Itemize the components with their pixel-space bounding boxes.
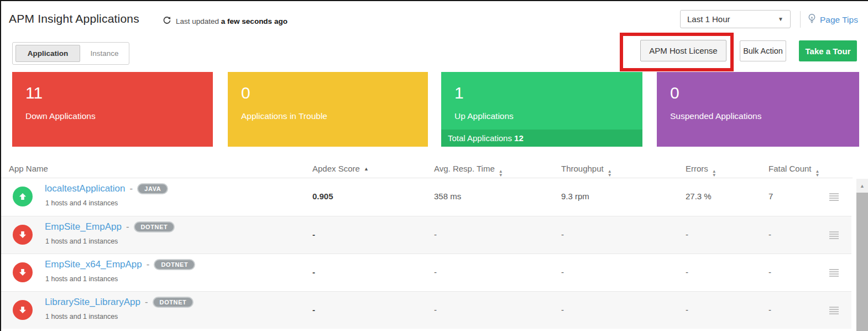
col-app-name: App Name [9,164,48,173]
apdex-score-value: - [312,305,315,314]
summary-card-up[interactable]: 1 Up Applications Total Applications 12 [441,72,642,147]
card-label: Down Applications [25,111,213,121]
host-instance-count: 1 hosts and 4 instances [45,199,118,207]
apdex-score-value: - [312,267,315,277]
throughput-value: - [561,230,564,239]
status-down-icon [13,225,33,245]
summary-card-trouble[interactable]: 0 Applications in Trouble [228,72,428,147]
col-fatal-count[interactable]: Fatal Count▲▼ [768,164,819,177]
card-label: Applications in Trouble [241,111,428,121]
throughput-value: - [561,305,564,314]
vertical-scrollbar: ▲ [856,179,868,331]
avg-resp-time-value: - [434,267,437,277]
sort-ascending-icon: ▲ [364,166,369,172]
row-menu-icon[interactable] [829,193,839,201]
platform-badge: JAVA [137,183,168,194]
card-count: 0 [241,83,428,103]
status-down-icon [13,300,33,320]
app-name-link[interactable]: EmpSite_x64_EmpApp [45,259,142,270]
sort-icon: ▲▼ [499,170,503,177]
sort-icon: ▲▼ [815,170,820,177]
sort-icon: ▲▼ [608,170,612,177]
app-name-link[interactable]: EmpSite_EmpApp [45,221,122,232]
name-badge-separator: - [130,183,133,194]
platform-badge: DOTNET [134,221,175,232]
refresh-icon[interactable] [163,16,171,25]
card-count: 0 [670,83,859,103]
applications-table: localtestApplication - JAVA 1 hosts and … [1,178,851,329]
col-throughput[interactable]: Throughput▲▼ [561,164,612,177]
header-divider [800,11,801,28]
row-menu-icon[interactable] [829,269,839,277]
errors-value: - [686,230,688,239]
name-badge-separator: - [147,259,150,270]
apm-host-license-button[interactable]: APM Host License [640,40,726,61]
chevron-down-icon: ▼ [778,16,783,22]
apdex-score-value: - [312,230,315,239]
throughput-value: - [561,267,564,277]
scrollbar-thumb[interactable] [856,193,868,331]
name-badge-separator: - [126,221,129,232]
time-range-value: Last 1 Hour [687,14,730,24]
card-label: Suspended Applications [670,111,859,121]
card-count: 11 [25,83,213,103]
summary-card-down[interactable]: 11 Down Applications [12,72,213,147]
avg-resp-time-value: - [434,305,437,314]
host-instance-count: 1 hosts and 1 instances [45,313,118,320]
last-updated-value: a few seconds ago [221,17,287,25]
take-a-tour-button[interactable]: Take a Tour [799,40,857,61]
errors-value: - [686,267,688,277]
bulk-action-button[interactable]: Bulk Action [740,40,786,61]
errors-value: - [686,305,688,314]
fatal-count-value: - [768,230,771,239]
tab-instance[interactable]: Instance [80,49,129,58]
fatal-count-value: - [768,305,771,314]
errors-value: 27.3 % [686,192,712,201]
status-down-icon [13,262,33,282]
scrollbar-up-arrow[interactable]: ▲ [856,179,868,193]
fatal-count-value: - [768,267,771,277]
table-header: App Name Apdex Score▲ Avg. Resp. Time▲▼ … [1,158,853,178]
card-label: Up Applications [454,111,642,121]
host-instance-count: 1 hosts and 1 instances [45,275,118,283]
sort-icon: ▲▼ [712,170,717,177]
last-updated-text: Last updated a few seconds ago [176,17,287,25]
time-range-dropdown[interactable]: Last 1 Hour ▼ [680,10,791,28]
app-name-link[interactable]: LibrarySite_LibraryApp [45,297,140,308]
throughput-value: 9.3 rpm [561,192,589,201]
page-tips-link[interactable]: Page Tips [807,13,858,26]
tab-application[interactable]: Application [15,45,80,62]
platform-badge: DOTNET [154,259,195,270]
lightbulb-icon [807,13,817,26]
summary-card-suspended[interactable]: 0 Suspended Applications [657,72,859,147]
host-instance-count: 1 hosts and 1 instances [45,237,118,245]
avg-resp-time-value: 358 ms [434,192,461,201]
table-row: localtestApplication - JAVA 1 hosts and … [1,178,851,216]
row-menu-icon[interactable] [829,307,839,314]
name-badge-separator: - [145,297,148,308]
col-errors[interactable]: Errors▲▼ [686,164,717,177]
fatal-count-value: 7 [768,192,773,201]
page-title: APM Insight Applications [9,12,139,25]
view-toggle: Application Instance [12,42,129,65]
col-apdex-score[interactable]: Apdex Score▲ [312,164,369,173]
total-applications-bar: Total Applications 12 [441,130,642,147]
avg-resp-time-value: - [434,230,437,239]
table-row: LibrarySite_LibraryApp - DOTNET 1 hosts … [1,291,851,329]
col-avg-resp-time[interactable]: Avg. Resp. Time▲▼ [434,164,503,177]
row-menu-icon[interactable] [829,231,839,239]
app-name-link[interactable]: localtestApplication [45,183,126,194]
table-row: EmpSite_EmpApp - DOTNET 1 hosts and 1 in… [1,216,851,254]
apm-dashboard: APM Insight Applications Last updated a … [0,0,868,331]
status-up-icon [13,187,33,206]
platform-badge: DOTNET [153,297,194,308]
table-row: EmpSite_x64_EmpApp - DOTNET 1 hosts and … [1,254,851,291]
total-applications-count: 12 [514,133,524,143]
apdex-score-value: 0.905 [312,192,333,201]
card-count: 1 [454,83,642,103]
